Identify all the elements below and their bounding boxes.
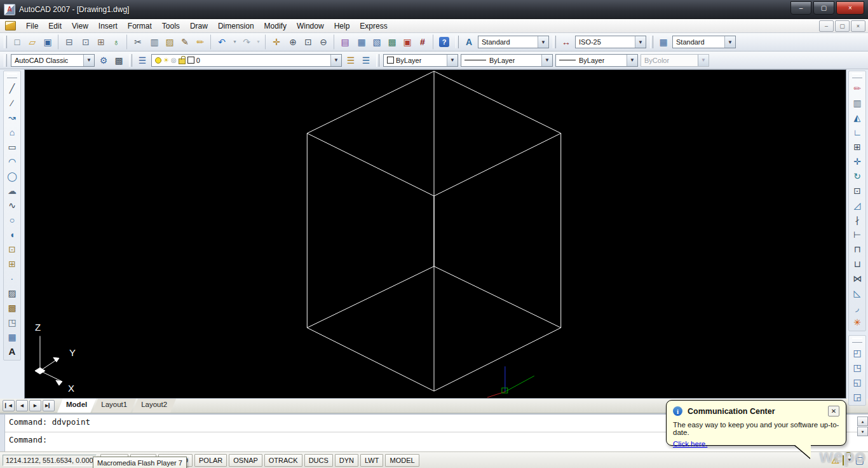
chevron-down-icon[interactable]: ▼ bbox=[724, 36, 735, 48]
scroll-down-icon[interactable]: ▼ bbox=[857, 427, 868, 436]
Draw[interactable]: Draw bbox=[185, 20, 213, 32]
command-window-grip[interactable] bbox=[0, 415, 5, 451]
tab-model[interactable]: Model bbox=[57, 399, 96, 413]
toolbar-lock-icon[interactable] bbox=[843, 456, 844, 465]
dim-style-combo[interactable]: ISO-25 ▼ bbox=[575, 36, 646, 48]
hatch-icon[interactable]: ▨ bbox=[4, 286, 20, 300]
tool-palettes-icon[interactable]: ▧ bbox=[369, 34, 384, 50]
Dimension[interactable]: Dimension bbox=[213, 20, 259, 32]
mirror-icon[interactable]: ◭ bbox=[850, 110, 865, 125]
explode-icon[interactable]: ✳ bbox=[850, 315, 865, 329]
workspace-settings-icon[interactable]: ⚙ bbox=[96, 53, 111, 68]
mdi-restore-button[interactable]: ▢ bbox=[835, 20, 850, 32]
ellipse-icon[interactable]: ○ bbox=[4, 212, 20, 227]
bring-to-front-icon[interactable]: ◰ bbox=[850, 345, 865, 360]
join-icon[interactable]: ⋈ bbox=[850, 271, 865, 286]
layer-properties-manager-icon[interactable]: ☰ bbox=[135, 53, 150, 68]
region-icon[interactable]: ◳ bbox=[4, 315, 20, 329]
table-icon[interactable]: ▦ bbox=[4, 329, 20, 344]
offset-icon[interactable]: ∟ bbox=[850, 125, 865, 139]
arc-icon[interactable]: ◠ bbox=[4, 154, 20, 169]
chevron-down-icon[interactable]: ▼ bbox=[330, 55, 341, 66]
array-icon[interactable]: ⊞ bbox=[850, 139, 865, 154]
Help[interactable]: Help bbox=[329, 20, 355, 32]
spline-icon[interactable]: ∿ bbox=[4, 198, 20, 212]
chevron-down-icon[interactable]: ▼ bbox=[627, 55, 637, 66]
Insert[interactable]: Insert bbox=[93, 20, 123, 32]
toolbar-grip[interactable] bbox=[852, 338, 862, 343]
undo-icon[interactable]: ↶ bbox=[210, 34, 231, 50]
break-at-point-icon[interactable]: ⊓ bbox=[850, 242, 865, 256]
chevron-down-icon[interactable]: ▼ bbox=[447, 55, 458, 66]
workspace-combo[interactable]: AutoCAD Classic ▼ bbox=[11, 54, 95, 67]
text-style-combo[interactable]: Standard ▼ bbox=[478, 36, 549, 48]
revision-cloud-icon[interactable]: ☁ bbox=[4, 183, 20, 198]
layer-lock-icon[interactable] bbox=[179, 56, 186, 64]
mdi-close-button[interactable]: × bbox=[851, 20, 865, 32]
layer-previous-icon[interactable]: ☰ bbox=[358, 53, 374, 68]
dim-style-icon[interactable]: ↔ bbox=[559, 34, 574, 50]
make-block-icon[interactable]: ⊞ bbox=[4, 256, 20, 271]
chevron-down-icon[interactable]: ▼ bbox=[541, 55, 552, 66]
extend-icon[interactable]: ⊢ bbox=[850, 227, 865, 242]
tab-nav-next[interactable]: ▶ bbox=[29, 400, 41, 411]
tab-layout2[interactable]: Layout2 bbox=[132, 399, 176, 413]
rectangle-icon[interactable]: ▭ bbox=[4, 139, 20, 154]
tab-layout1[interactable]: Layout1 bbox=[92, 399, 136, 413]
move-icon[interactable]: ✛ bbox=[850, 154, 865, 169]
chevron-down-icon[interactable]: ▼ bbox=[83, 55, 94, 66]
polyline-icon[interactable]: ↝ bbox=[4, 110, 20, 125]
multiline-text-icon[interactable]: A bbox=[4, 344, 20, 359]
Modify[interactable]: Modify bbox=[259, 20, 292, 32]
tab-nav-last[interactable]: ▶▎ bbox=[43, 400, 55, 411]
chevron-down-icon[interactable]: ▼ bbox=[635, 36, 646, 48]
zoom-window-icon[interactable]: ⊡ bbox=[301, 34, 316, 50]
zoom-previous-icon[interactable]: ⊖ bbox=[316, 34, 331, 50]
toolbar-grip[interactable] bbox=[376, 54, 379, 67]
tab-nav-first[interactable]: ▎◀ bbox=[3, 400, 15, 411]
bring-above-objects-icon[interactable]: ◱ bbox=[850, 375, 865, 389]
model-space-canvas[interactable]: Z Y X bbox=[25, 70, 846, 398]
communication-center-icon[interactable]: ⚠ bbox=[831, 455, 839, 465]
toolbar-grip[interactable] bbox=[553, 36, 556, 48]
POLAR[interactable]: POLAR bbox=[194, 454, 227, 467]
cut-icon[interactable]: ✂ bbox=[126, 34, 147, 50]
ellipse-arc-icon[interactable]: ◖ bbox=[4, 227, 20, 242]
copy-icon[interactable]: ▥ bbox=[147, 34, 162, 50]
sheet-set-manager-icon[interactable]: ▩ bbox=[384, 34, 400, 50]
scale-icon[interactable]: ⊡ bbox=[850, 183, 865, 198]
pan-realtime-icon[interactable]: ✛ bbox=[265, 34, 285, 50]
tray-dropdown-icon[interactable]: ▼ bbox=[847, 457, 852, 463]
undo-dropdown-icon[interactable]: ▾ bbox=[231, 34, 239, 50]
balloon-close-icon[interactable]: ✕ bbox=[828, 406, 839, 416]
scroll-up-icon[interactable]: ▲ bbox=[857, 416, 868, 426]
restore-button[interactable]: ▢ bbox=[813, 1, 834, 15]
point-icon[interactable]: ∙ bbox=[4, 271, 20, 286]
clean-screen-icon[interactable]: ▢ bbox=[855, 455, 864, 466]
stretch-icon[interactable]: ◿ bbox=[850, 198, 865, 212]
new-file-icon[interactable]: □ bbox=[10, 34, 25, 50]
toolbar-grip[interactable] bbox=[4, 36, 7, 48]
coordinate-display[interactable]: 1214.1212, 551.6534, 0.0000 bbox=[3, 455, 97, 466]
rotate-icon[interactable]: ↻ bbox=[850, 169, 865, 183]
View[interactable]: View bbox=[67, 20, 93, 32]
block-editor-icon[interactable]: ✏ bbox=[193, 34, 208, 50]
File[interactable]: File bbox=[21, 20, 43, 32]
toolbar-grip[interactable] bbox=[650, 36, 653, 48]
minimize-button[interactable]: – bbox=[790, 1, 811, 15]
circle-icon[interactable]: ◯ bbox=[4, 169, 20, 183]
drawing-file-icon[interactable] bbox=[5, 21, 16, 31]
chamfer-icon[interactable]: ◺ bbox=[850, 286, 865, 300]
mdi-minimize-button[interactable]: – bbox=[819, 20, 834, 32]
layer-on-off-icon[interactable] bbox=[155, 57, 161, 64]
color-control-combo[interactable]: ByLayer ▼ bbox=[383, 54, 458, 67]
zoom-realtime-icon[interactable]: ⊕ bbox=[285, 34, 301, 50]
toolbar-grip[interactable] bbox=[852, 73, 862, 78]
table-style-icon[interactable]: ▦ bbox=[656, 34, 671, 50]
break-icon[interactable]: ⊔ bbox=[850, 256, 865, 271]
paste-icon[interactable]: ▨ bbox=[162, 34, 177, 50]
chevron-down-icon[interactable]: ▼ bbox=[538, 36, 548, 48]
OTRACK[interactable]: OTRACK bbox=[264, 454, 302, 467]
3d-dwf-icon[interactable]: ♁ bbox=[109, 34, 124, 50]
polygon-icon[interactable]: ⌂ bbox=[4, 125, 20, 139]
